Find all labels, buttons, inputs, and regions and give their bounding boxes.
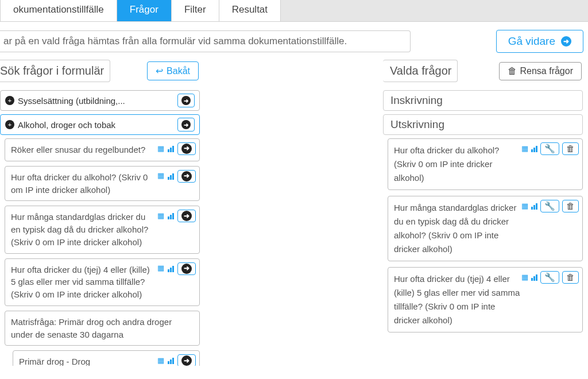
plus-icon: +: [5, 96, 14, 105]
question-text: Matrisfråga: Primär drog och andra droge…: [11, 316, 194, 341]
edit-question-button[interactable]: 🔧: [540, 271, 559, 284]
remove-question-button[interactable]: 🗑: [562, 200, 579, 212]
grid-icon: ▦: [521, 143, 528, 155]
category-item[interactable]: + Sysselsättning (utbildning,... ➜: [0, 90, 200, 111]
plus-icon: +: [5, 120, 14, 129]
grid-icon: ▦: [157, 355, 164, 366]
tab-result[interactable]: Resultat: [219, 0, 281, 21]
category-label: Sysselsättning (utbildning,...: [18, 96, 177, 106]
tab-bar: okumentationstillfälle Frågor Filter Res…: [0, 0, 588, 22]
source-question[interactable]: ▦ ➜ Primär drog - Drog: [13, 350, 200, 366]
back-label: Bakåt: [167, 66, 190, 76]
tab-doc[interactable]: okumentationstillfälle: [0, 0, 117, 21]
bars-icon: [168, 212, 174, 219]
go-next-button[interactable]: Gå vidare ➜: [496, 30, 583, 53]
search-questions-title: Sök frågor i formulär: [0, 60, 110, 82]
wrench-icon: 🔧: [544, 199, 555, 213]
tab-questions[interactable]: Frågor: [117, 0, 172, 21]
section-utskrivning[interactable]: Utskrivning: [383, 114, 583, 135]
selected-question[interactable]: ▦ 🔧 🗑 Hur ofta dricker du (tjej) 4 eller…: [388, 267, 583, 332]
bars-icon: [168, 173, 174, 180]
bars-icon: [531, 274, 537, 281]
arrow-right-icon: ➜: [181, 264, 192, 274]
bars-icon: [168, 357, 174, 364]
clear-questions-button[interactable]: 🗑 Rensa frågor: [499, 62, 582, 80]
undo-icon: ↩: [156, 65, 163, 76]
arrow-right-icon: ➜: [181, 120, 191, 129]
source-question[interactable]: ▦ ➜ Röker eller snusar du regelbundet?: [5, 138, 200, 161]
selected-questions-list[interactable]: Inskrivning Utskrivning ▦ 🔧 🗑 Hur ofta d…: [383, 90, 585, 366]
add-question-button[interactable]: ➜: [177, 210, 196, 222]
category-label: Alkohol, droger och tobak: [18, 120, 177, 130]
wrench-icon: 🔧: [544, 142, 555, 156]
remove-question-button[interactable]: 🗑: [562, 271, 579, 284]
add-question-button[interactable]: ➜: [177, 262, 196, 275]
tab-spacer: [281, 0, 588, 21]
category-open-button[interactable]: ➜: [177, 118, 195, 132]
grid-icon: ▦: [521, 272, 528, 284]
trash-icon: 🗑: [566, 142, 575, 156]
source-question[interactable]: ▦ ➜ Hur många standardglas dricker du en…: [5, 206, 200, 253]
grid-icon: ▦: [157, 144, 164, 154]
remove-question-button[interactable]: 🗑: [562, 142, 579, 155]
bars-icon: [531, 203, 537, 210]
arrow-right-icon: ➜: [181, 96, 191, 105]
question-source-list[interactable]: + Sysselsättning (utbildning,... ➜ + Alk…: [0, 90, 202, 366]
arrow-right-icon: ➜: [181, 144, 192, 154]
grid-icon: ▦: [157, 263, 164, 274]
arrow-right-icon: ➜: [181, 355, 192, 366]
arrow-right-icon: ➜: [561, 36, 571, 47]
clear-label: Rensa frågor: [520, 66, 574, 76]
arrow-right-icon: ➜: [181, 211, 192, 221]
grid-icon: ▦: [157, 171, 164, 181]
bars-icon: [168, 145, 174, 152]
info-banner: ar på en vald fråga hämtas från alla for…: [0, 30, 411, 52]
selected-question[interactable]: ▦ 🔧 🗑 Hur ofta dricker du alkohol? (Skri…: [388, 138, 583, 190]
selected-questions-title: Valda frågor: [383, 60, 458, 82]
trash-icon: 🗑: [508, 66, 517, 76]
tab-filter[interactable]: Filter: [172, 0, 219, 21]
edit-question-button[interactable]: 🔧: [540, 142, 559, 155]
source-question[interactable]: Matrisfråga: Primär drog och andra droge…: [5, 311, 200, 346]
go-next-label: Gå vidare: [508, 35, 555, 48]
add-question-button[interactable]: ➜: [177, 354, 196, 366]
grid-icon: ▦: [157, 211, 164, 222]
edit-question-button[interactable]: 🔧: [540, 200, 559, 212]
category-item[interactable]: + Alkohol, droger och tobak ➜: [0, 114, 200, 135]
grid-icon: ▦: [521, 200, 528, 212]
source-question[interactable]: ▦ ➜ Hur ofta dricker du alkohol? (Skriv …: [5, 166, 200, 202]
arrow-right-icon: ➜: [181, 171, 192, 181]
back-button[interactable]: ↩ Bakåt: [147, 61, 199, 80]
bars-icon: [168, 265, 174, 272]
wrench-icon: 🔧: [544, 270, 555, 284]
bars-icon: [531, 145, 537, 152]
trash-icon: 🗑: [566, 270, 575, 284]
add-question-button[interactable]: ➜: [177, 170, 196, 183]
selected-question[interactable]: ▦ 🔧 🗑 Hur många standardglas dricker du …: [388, 196, 583, 261]
source-question[interactable]: ▦ ➜ Hur ofta dricker du (tjej) 4 eller (…: [5, 258, 200, 306]
add-question-button[interactable]: ➜: [177, 142, 196, 155]
trash-icon: 🗑: [566, 199, 575, 213]
category-open-button[interactable]: ➜: [177, 94, 195, 107]
section-inskrivning[interactable]: Inskrivning: [383, 90, 583, 111]
